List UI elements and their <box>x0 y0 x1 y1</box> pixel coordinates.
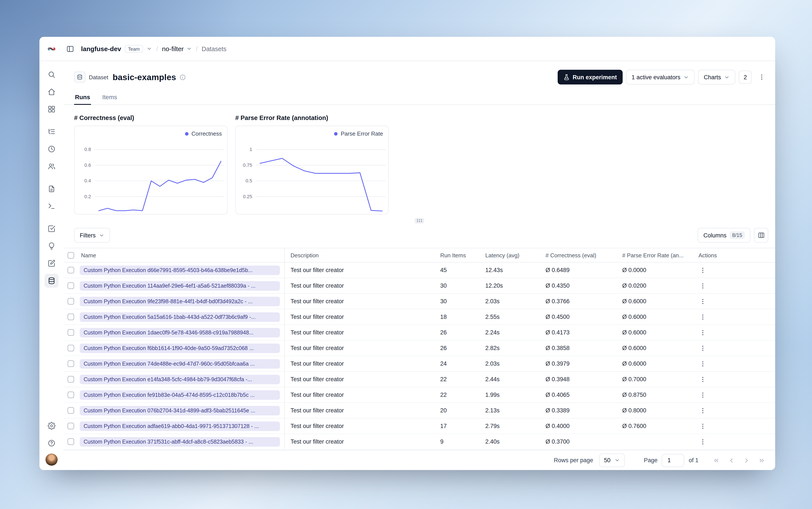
run-name-link[interactable]: Custom Python Execution d66e7991-8595-45… <box>80 265 280 275</box>
row-checkbox[interactable] <box>67 439 74 445</box>
run-name-link[interactable]: Custom Python Execution e14fa348-5cfc-49… <box>80 374 280 384</box>
column-header-parse-error-rate[interactable]: # Parse Error Rate (an... <box>616 248 692 262</box>
info-icon[interactable] <box>179 74 186 80</box>
table-row[interactable]: Custom Python Execution adfae619-abb0-4d… <box>64 418 775 434</box>
row-checkbox[interactable] <box>67 330 74 336</box>
panel-resize-row <box>64 214 775 224</box>
run-latency: 2.44s <box>479 371 539 387</box>
row-checkbox[interactable] <box>67 267 74 274</box>
run-description: Test our filter creator <box>284 387 434 403</box>
row-checkbox[interactable] <box>67 345 74 351</box>
row-actions-menu[interactable] <box>697 404 709 416</box>
sidebar-item-dashboards[interactable] <box>45 102 59 116</box>
row-checkbox[interactable] <box>67 392 74 398</box>
table-row[interactable]: Custom Python Execution 74de488e-ec9d-47… <box>64 356 775 371</box>
row-actions-menu[interactable] <box>697 280 709 292</box>
run-name-link[interactable]: Custom Python Execution f6bb1614-1f90-40… <box>80 343 280 353</box>
column-header-run-items[interactable]: Run Items <box>434 248 479 262</box>
row-checkbox[interactable] <box>67 361 74 367</box>
row-checkbox[interactable] <box>67 407 74 414</box>
table-row[interactable]: Custom Python Execution 1daec0f9-5e78-43… <box>64 325 775 340</box>
run-name-link[interactable]: Custom Python Execution 5a15a616-1bab-44… <box>80 312 280 321</box>
table-row[interactable]: Custom Python Execution 076b2704-341d-48… <box>64 403 775 418</box>
breadcrumb-org[interactable]: langfuse-dev Team <box>81 45 152 53</box>
row-actions-menu[interactable] <box>697 295 709 307</box>
table-row[interactable]: Custom Python Execution 114aa9ef-29e6-4e… <box>64 278 775 294</box>
filters-button[interactable]: Filters <box>74 228 110 243</box>
column-header-latency[interactable]: Latency (avg) <box>479 248 539 262</box>
sidebar-item-annotation[interactable] <box>45 257 59 270</box>
row-actions-menu[interactable] <box>697 389 709 401</box>
run-latency: 1.99s <box>479 387 539 403</box>
column-header-correctness[interactable]: # Correctness (eval) <box>539 248 616 262</box>
table-row[interactable]: Custom Python Execution f6bb1614-1f90-40… <box>64 340 775 356</box>
columns-button[interactable]: Columns 8/15 <box>698 228 750 243</box>
prev-page-button[interactable] <box>725 454 738 467</box>
sidebar-item-playground[interactable] <box>45 199 59 213</box>
charts-select[interactable]: Charts <box>698 70 735 84</box>
sidebar-item-settings[interactable] <box>45 419 59 433</box>
table-row[interactable]: Custom Python Execution 371f531c-abff-4d… <box>64 434 775 449</box>
run-name-link[interactable]: Custom Python Execution 1daec0f9-5e78-43… <box>80 328 280 337</box>
sidebar-item-support[interactable] <box>45 436 59 450</box>
row-actions-menu[interactable] <box>697 358 709 370</box>
row-height-button[interactable] <box>754 228 768 243</box>
sidebar-item-insights[interactable] <box>45 239 59 253</box>
breadcrumb-section[interactable]: Datasets <box>202 45 227 52</box>
run-name-link[interactable]: Custom Python Execution adfae619-abb0-4d… <box>80 421 280 431</box>
row-checkbox[interactable] <box>67 298 74 305</box>
row-actions-menu[interactable] <box>697 342 709 354</box>
row-actions-menu[interactable] <box>697 373 709 385</box>
sidebar-item-datasets[interactable] <box>45 274 59 287</box>
sidebar-toggle-button[interactable] <box>64 42 77 55</box>
support-help-icon <box>48 439 56 447</box>
run-name-link[interactable]: Custom Python Execution 371f531c-abff-4d… <box>80 437 280 446</box>
page-title: basic-examples <box>113 72 176 82</box>
breadcrumb-project[interactable]: no-filter <box>162 45 192 53</box>
select-all-checkbox[interactable] <box>67 252 74 259</box>
column-header-description[interactable]: Description <box>284 248 434 262</box>
sidebar-item-prompts[interactable] <box>45 182 59 196</box>
active-evaluators-select[interactable]: 1 active evaluators <box>626 70 695 84</box>
run-correctness-avg: Ø 0.4350 <box>539 278 616 294</box>
row-actions-menu[interactable] <box>697 327 709 339</box>
user-avatar[interactable] <box>45 453 58 466</box>
page-number-input[interactable] <box>662 454 684 467</box>
run-name-link[interactable]: Custom Python Execution 9fe23f98-881e-44… <box>80 297 280 306</box>
column-header-name[interactable]: Name <box>77 248 284 262</box>
tab-items[interactable]: Items <box>101 91 118 104</box>
row-actions-menu[interactable] <box>697 264 709 276</box>
run-name-link[interactable]: Custom Python Execution 114aa9ef-29e6-4e… <box>80 281 280 291</box>
row-checkbox[interactable] <box>67 283 74 289</box>
run-name-link[interactable]: Custom Python Execution 076b2704-341d-48… <box>80 406 280 415</box>
row-checkbox[interactable] <box>67 376 74 383</box>
sidebar-item-tracing[interactable] <box>45 125 59 139</box>
run-description: Test our filter creator <box>284 418 434 434</box>
row-actions-menu[interactable] <box>697 311 709 323</box>
page-more-actions-button[interactable] <box>755 71 768 83</box>
sidebar-item-search[interactable] <box>45 68 59 81</box>
sidebar-item-sessions[interactable] <box>45 142 59 156</box>
row-actions-menu[interactable] <box>697 436 709 448</box>
run-name-link[interactable]: Custom Python Execution 74de488e-ec9d-47… <box>80 359 280 368</box>
run-name-link[interactable]: Custom Python Execution fe91b83e-04a5-47… <box>80 390 280 400</box>
last-page-button[interactable] <box>755 454 768 467</box>
table-row[interactable]: Custom Python Execution e14fa348-5cfc-49… <box>64 371 775 387</box>
row-checkbox[interactable] <box>67 423 74 430</box>
charts-count-badge[interactable]: 2 <box>739 71 752 83</box>
row-checkbox[interactable] <box>67 314 74 320</box>
run-experiment-button[interactable]: Run experiment <box>557 70 622 84</box>
table-row[interactable]: Custom Python Execution d66e7991-8595-45… <box>64 262 775 278</box>
row-actions-menu[interactable] <box>697 420 709 432</box>
table-row[interactable]: Custom Python Execution fe91b83e-04a5-47… <box>64 387 775 403</box>
first-page-button[interactable] <box>710 454 723 467</box>
sidebar-item-users[interactable] <box>45 160 59 173</box>
resize-grip-handle[interactable] <box>415 218 424 224</box>
tab-runs[interactable]: Runs <box>74 91 91 104</box>
sidebar-item-evaluation[interactable] <box>45 222 59 236</box>
table-row[interactable]: Custom Python Execution 9fe23f98-881e-44… <box>64 294 775 309</box>
next-page-button[interactable] <box>740 454 753 467</box>
rows-per-page-select[interactable]: 50 <box>599 453 625 467</box>
table-row[interactable]: Custom Python Execution 5a15a616-1bab-44… <box>64 309 775 325</box>
sidebar-item-home[interactable] <box>45 85 59 99</box>
